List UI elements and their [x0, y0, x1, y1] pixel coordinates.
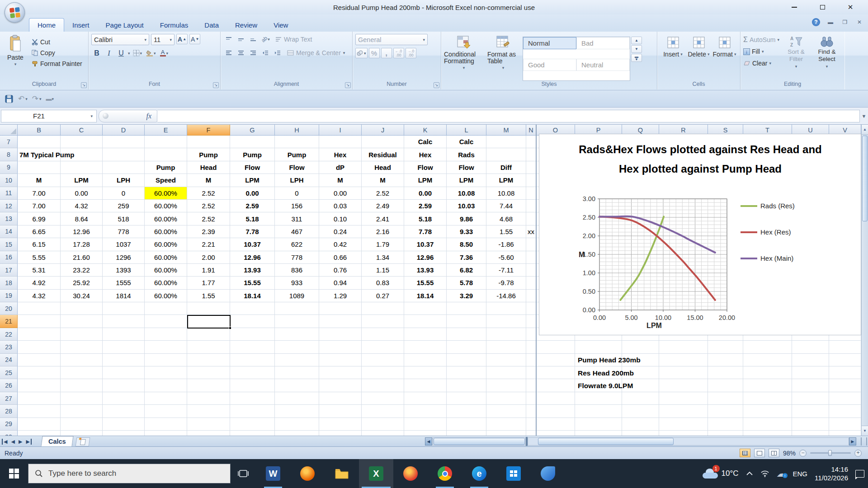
cell-M30[interactable]: [486, 431, 526, 436]
cell-I27[interactable]: [319, 392, 362, 405]
cell-R24[interactable]: [659, 354, 708, 366]
first-sheet-icon[interactable]: ◀: [2, 439, 7, 445]
bold-button[interactable]: B: [91, 48, 102, 58]
cell-S27[interactable]: [708, 392, 743, 405]
cell-B8[interactable]: 7M Typical Pump: [18, 148, 61, 161]
row-header-16[interactable]: 16: [0, 251, 18, 264]
cell-B28[interactable]: [18, 405, 61, 418]
zoom-out-button[interactable]: −: [799, 450, 807, 457]
cell-G18[interactable]: 15.55: [230, 277, 275, 289]
cell-D12[interactable]: 259: [103, 200, 145, 212]
cell-H24[interactable]: [275, 354, 319, 366]
weather-widget[interactable]: 1 10°C: [703, 469, 739, 479]
cell-F19[interactable]: 1.55: [187, 290, 230, 302]
language-indicator[interactable]: ENG: [793, 470, 808, 478]
cell-C25[interactable]: [61, 366, 103, 379]
cell-C15[interactable]: 17.28: [61, 238, 103, 251]
cell-N20[interactable]: [526, 302, 536, 315]
cell-K11[interactable]: 0.00: [404, 187, 447, 200]
cell-N30[interactable]: [526, 431, 536, 436]
cell-I14[interactable]: 0.24: [319, 225, 362, 238]
help-icon[interactable]: ?: [812, 18, 820, 26]
cell-N29[interactable]: [526, 418, 536, 431]
firefox-taskbar-icon[interactable]: [290, 459, 325, 488]
cell-E8[interactable]: [145, 148, 187, 161]
cell-J25[interactable]: [362, 366, 404, 379]
cell-N12[interactable]: [526, 200, 536, 212]
cell-B25[interactable]: [18, 366, 61, 379]
row-header-12[interactable]: 12: [0, 200, 18, 212]
column-header-G[interactable]: G: [230, 125, 275, 136]
cell-B10[interactable]: M: [18, 174, 61, 187]
insert-function-button[interactable]: fx: [99, 110, 157, 122]
row-header-26[interactable]: 26: [0, 379, 18, 392]
cell-V25[interactable]: [829, 366, 861, 379]
cell-B24[interactable]: [18, 354, 61, 366]
cell-K13[interactable]: 5.18: [404, 212, 447, 225]
cell-L15[interactable]: 8.50: [447, 238, 486, 251]
cell-L18[interactable]: 5.78: [447, 277, 486, 289]
column-header-L[interactable]: L: [447, 125, 486, 136]
cut-button[interactable]: Cut: [32, 37, 82, 47]
action-center-icon[interactable]: [855, 470, 864, 478]
cell-D17[interactable]: 1393: [103, 264, 145, 277]
cell-F26[interactable]: [187, 379, 230, 392]
cell-K27[interactable]: [404, 392, 447, 405]
cell-G29[interactable]: [230, 418, 275, 431]
word-taskbar-icon[interactable]: W: [256, 459, 290, 488]
styles-more-icon[interactable]: ▬▼: [631, 54, 642, 62]
start-button[interactable]: [0, 459, 28, 488]
tab-insert[interactable]: Insert: [64, 18, 98, 32]
cell-B11[interactable]: 7.00: [18, 187, 61, 200]
cell-B7[interactable]: [18, 136, 61, 148]
increase-decimal-button[interactable]: ←.0.00: [393, 48, 404, 58]
vertical-scrollbar[interactable]: ▲ ▼: [861, 125, 868, 436]
align-center-icon[interactable]: [236, 48, 246, 58]
percent-style-button[interactable]: %: [369, 48, 380, 58]
cell-N22[interactable]: [526, 328, 536, 341]
cell-H18[interactable]: 933: [275, 277, 319, 289]
cell-J15[interactable]: 1.79: [362, 238, 404, 251]
cell-H10[interactable]: LPH: [275, 174, 319, 187]
cell-J18[interactable]: 0.83: [362, 277, 404, 289]
cell-B27[interactable]: [18, 392, 61, 405]
cell-E26[interactable]: [145, 379, 187, 392]
cell-H27[interactable]: [275, 392, 319, 405]
cell-N11[interactable]: [526, 187, 536, 200]
font-size-select[interactable]: 11 ▾: [151, 34, 175, 45]
cell-K14[interactable]: 7.78: [404, 225, 447, 238]
task-view-button[interactable]: [231, 459, 256, 488]
vertical-scroll-thumb[interactable]: [862, 136, 868, 221]
cell-L7[interactable]: Calc: [447, 136, 486, 148]
row-header-19[interactable]: 19: [0, 290, 18, 302]
clock[interactable]: 14:16 11/02/2026: [815, 465, 848, 482]
cell-I22[interactable]: [319, 328, 362, 341]
cell-H29[interactable]: [275, 418, 319, 431]
page-break-view-button[interactable]: [769, 449, 779, 457]
cell-C30[interactable]: [61, 431, 103, 436]
cell-T23[interactable]: [743, 341, 792, 353]
copy-button[interactable]: Copy: [32, 47, 82, 58]
cell-G19[interactable]: 18.14: [230, 290, 275, 302]
cell-K30[interactable]: [404, 431, 447, 436]
delete-cells-button[interactable]: Delete▾: [686, 34, 712, 81]
cell-B21[interactable]: [18, 315, 61, 328]
cell-H7[interactable]: [275, 136, 319, 148]
cell-K16[interactable]: 12.96: [404, 251, 447, 264]
ribbon-minimize-icon[interactable]: ▬: [826, 19, 835, 25]
cell-S28[interactable]: [708, 405, 743, 418]
cell-U29[interactable]: [792, 418, 829, 431]
cell-I8[interactable]: Hex: [319, 148, 362, 161]
cell-G17[interactable]: 13.93: [230, 264, 275, 277]
cell-V27[interactable]: [829, 392, 861, 405]
cell-L22[interactable]: [447, 328, 486, 341]
cell-V28[interactable]: [829, 405, 861, 418]
cell-H19[interactable]: 1089: [275, 290, 319, 302]
row-header-24[interactable]: 24: [0, 354, 18, 366]
fill-button[interactable]: ↓ Fill▾: [743, 47, 779, 56]
cell-E25[interactable]: [145, 366, 187, 379]
cell-T30[interactable]: [743, 431, 792, 436]
cell-J7[interactable]: [362, 136, 404, 148]
cell-H15[interactable]: 622: [275, 238, 319, 251]
cell-O30[interactable]: [536, 431, 575, 436]
